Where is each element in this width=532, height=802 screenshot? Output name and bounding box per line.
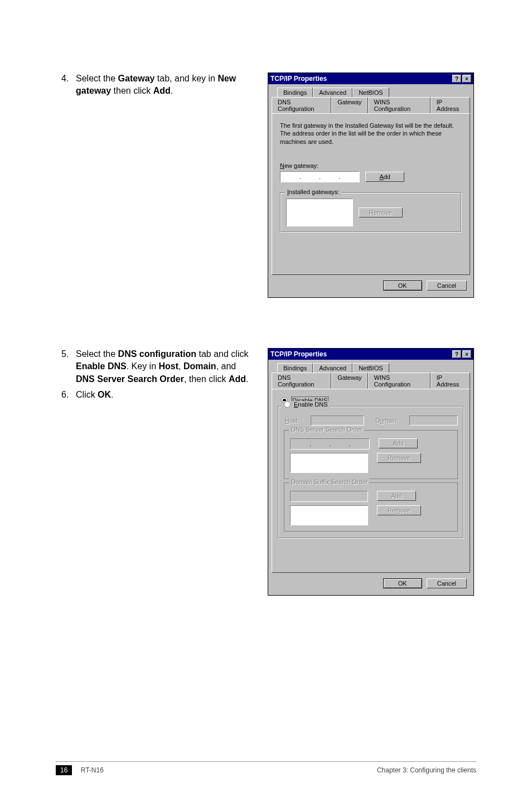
remove-gateway-button[interactable]: Remove (359, 207, 403, 218)
dns-search-order-label: DNS Server Search Order (289, 426, 365, 433)
text: tab, and key in (154, 74, 217, 83)
dialog-title: TCP/IP Properties (270, 350, 327, 358)
help-icon[interactable]: ? (452, 350, 461, 358)
installed-gateways-label: Installed gateways: (285, 189, 342, 195)
tab-ip-address[interactable]: IP Address (431, 373, 470, 389)
bold: Domain (183, 361, 216, 371)
bold: DNS configuration (118, 349, 196, 359)
dns-server-input[interactable]: . . . (290, 438, 370, 450)
ok-button[interactable]: OK (383, 281, 422, 291)
radio-icon (284, 401, 291, 408)
text: . (171, 86, 173, 95)
dns-order-list[interactable] (290, 453, 368, 473)
domain-input[interactable] (409, 416, 458, 426)
ip-octet-3[interactable] (332, 441, 347, 447)
bold: Add (153, 86, 171, 95)
step-4: 4. Select the Gateway tab, and key in Ne… (61, 73, 251, 98)
page-footer: 16 RT-N16 Chapter 3: Configuring the cli… (56, 761, 476, 774)
step-number: 5. (61, 348, 76, 385)
remove-suffix-button[interactable]: Remove (377, 505, 421, 515)
text: , then click (184, 374, 229, 384)
text: then click (111, 86, 153, 95)
titlebar: TCP/IP Properties ? × (268, 73, 473, 84)
text: . (111, 390, 113, 399)
ip-octet-1[interactable] (293, 441, 308, 447)
gateway-info-text: The first gateway in the Installed Gatew… (280, 122, 462, 146)
bold: Add (229, 374, 246, 384)
tab-dns-configuration[interactable]: DNS Configuration (272, 373, 331, 389)
ip-octet-2[interactable] (312, 441, 328, 447)
new-gateway-input[interactable]: . . . (280, 171, 360, 182)
text: Select the (76, 349, 118, 359)
step-number: 6. (61, 389, 76, 401)
add-suffix-button[interactable]: Add (377, 491, 416, 501)
footer-model: RT-N16 (81, 766, 104, 774)
host-label: Host: (285, 417, 299, 424)
text: . (246, 374, 248, 384)
text: Select the (76, 74, 118, 83)
bold: Enable DNS (76, 361, 127, 371)
tab-wins-configuration[interactable]: WINS Configuration (368, 373, 431, 389)
tab-gateway[interactable]: Gateway (331, 373, 367, 389)
step-number: 4. (61, 73, 76, 98)
ip-octet-1[interactable] (283, 173, 298, 180)
domain-suffix-input[interactable] (290, 491, 368, 502)
dialog-title: TCP/IP Properties (270, 75, 327, 83)
domain-suffix-label: Domain Suffix Search Order (289, 479, 370, 485)
step-text: Select the Gateway tab, and key in New g… (76, 73, 251, 98)
text: Click (76, 390, 98, 399)
domain-label: Domain: (375, 417, 398, 424)
tab-dns-configuration[interactable]: DNS Configuration (272, 97, 331, 113)
bold: Host (159, 361, 179, 371)
step-6: 6. Click OK. (61, 389, 251, 401)
host-input[interactable] (311, 416, 364, 426)
bold: DNS Server Search Order (76, 374, 184, 384)
step-text: Click OK. (76, 389, 251, 401)
tcpip-properties-dialog-dns: TCP/IP Properties ? × Bindings Advanced … (268, 348, 474, 596)
cancel-button[interactable]: Cancel (427, 281, 467, 291)
remove-dns-button[interactable]: Remove (377, 453, 421, 463)
footer-left: 16 RT-N16 (56, 766, 104, 774)
ip-octet-3[interactable] (322, 173, 337, 180)
tcpip-properties-dialog-gateway: TCP/IP Properties ? × Bindings Advanced … (268, 73, 474, 298)
page-number: 16 (56, 765, 72, 775)
bold: Gateway (118, 74, 155, 83)
bold: OK (98, 390, 111, 399)
close-icon[interactable]: × (462, 75, 471, 83)
help-icon[interactable]: ? (452, 75, 461, 83)
ip-octet-4[interactable] (341, 173, 357, 180)
new-gateway-label: NNew gateway:ew gateway: (280, 162, 462, 169)
tab-gateway[interactable]: Gateway (331, 97, 367, 113)
text: . Key in (127, 361, 159, 371)
add-dns-button[interactable]: Add (379, 438, 418, 448)
ok-button[interactable]: OK (383, 578, 422, 588)
tab-ip-address[interactable]: IP Address (431, 97, 470, 113)
suffix-order-list[interactable] (290, 505, 368, 525)
tab-netbios[interactable]: NetBIOS (352, 88, 389, 97)
tab-advanced[interactable]: Advanced (313, 363, 352, 373)
titlebar: TCP/IP Properties ? × (268, 349, 473, 360)
text: tab and click (196, 349, 248, 359)
add-gateway-button[interactable]: Add (365, 172, 404, 182)
footer-chapter: Chapter 3: Configuring the clients (377, 766, 476, 774)
enable-dns-radio[interactable]: Enable DNS Enable DNS (282, 401, 330, 408)
text: , (178, 361, 183, 371)
tab-bindings[interactable]: Bindings (277, 363, 313, 373)
step-5: 5. Select the DNS configuration tab and … (61, 348, 251, 385)
tab-netbios[interactable]: NetBIOS (352, 363, 389, 373)
step-text: Select the DNS configuration tab and cli… (76, 348, 251, 385)
tab-advanced[interactable]: Advanced (313, 88, 352, 97)
ip-octet-2[interactable] (302, 173, 318, 180)
tab-bindings[interactable]: Bindings (277, 88, 313, 97)
close-icon[interactable]: × (462, 350, 471, 358)
installed-gateways-list[interactable] (286, 199, 353, 226)
tab-wins-configuration[interactable]: WINS Configuration (368, 97, 431, 113)
cancel-button[interactable]: Cancel (427, 578, 467, 588)
ip-octet-4[interactable] (351, 441, 367, 447)
text: , and (216, 361, 236, 371)
